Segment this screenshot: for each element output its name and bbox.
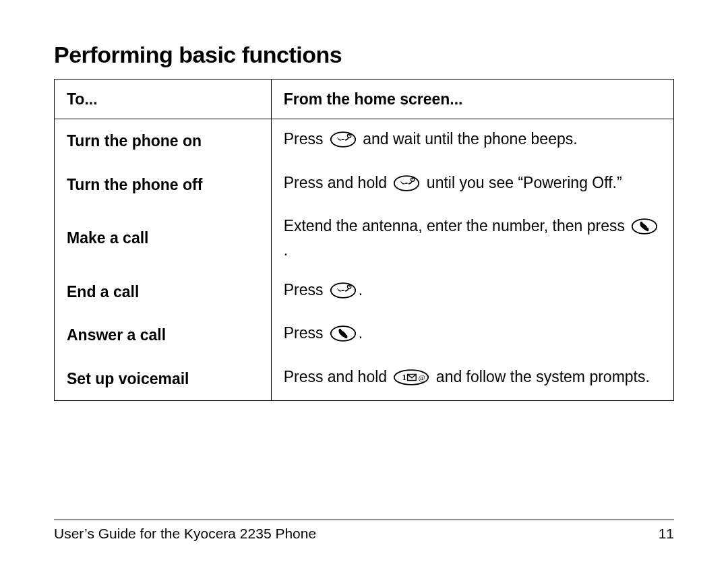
functions-table-body: Turn the phone onPress and wait until th… [55,119,674,401]
instruction-text: . [284,241,288,259]
power-end-key-icon [330,282,357,304]
table-row: End a callPress . [55,270,674,313]
instruction-text: . [359,281,363,299]
task-label: Turn the phone off [55,163,272,206]
task-label: Answer a call [55,313,272,356]
instruction-text: Extend the antenna, enter the number, th… [284,217,630,235]
header-to: To... [55,80,272,119]
power-end-key-icon [393,175,420,197]
table-row: Set up voicemailPress and hold and follo… [55,357,674,401]
task-label: Make a call [55,206,272,270]
page-footer: User’s Guide for the Kyocera 2235 Phone … [54,520,674,542]
instruction-text: Press and hold [284,174,392,191]
task-instruction: Press . [271,270,673,313]
footer-page-number: 11 [659,526,674,542]
page-title: Performing basic functions [54,42,674,68]
task-instruction: Press and hold and follow the system pro… [271,357,673,401]
task-instruction: Press and wait until the phone beeps. [271,119,673,163]
voicemail-key-icon [393,369,429,391]
header-from: From the home screen... [271,80,673,119]
functions-table: To... From the home screen... Turn the p… [54,79,674,401]
instruction-text: Press [284,324,328,342]
instruction-text: and wait until the phone beeps. [359,130,578,148]
task-instruction: Press . [271,313,673,356]
instruction-text: Press [284,281,328,299]
task-label: Turn the phone on [55,119,272,163]
table-row: Make a callExtend the antenna, enter the… [55,206,674,270]
task-instruction: Press and hold until you see “Powering O… [271,163,673,206]
instruction-text: Press and hold [284,368,392,385]
talk-key-icon [631,218,658,240]
footer-left: User’s Guide for the Kyocera 2235 Phone [54,526,316,542]
table-row: Turn the phone offPress and hold until y… [55,163,674,206]
table-row: Turn the phone onPress and wait until th… [55,119,674,163]
talk-key-icon [330,325,357,347]
task-label: Set up voicemail [55,357,272,401]
instruction-text: Press [284,130,328,148]
task-label: End a call [55,270,272,313]
power-end-key-icon [330,131,357,153]
task-instruction: Extend the antenna, enter the number, th… [271,206,673,270]
instruction-text: and follow the system prompts. [431,368,649,385]
instruction-text: . [359,324,363,342]
instruction-text: until you see “Powering Off.” [422,174,621,191]
table-row: Answer a callPress . [55,313,674,356]
